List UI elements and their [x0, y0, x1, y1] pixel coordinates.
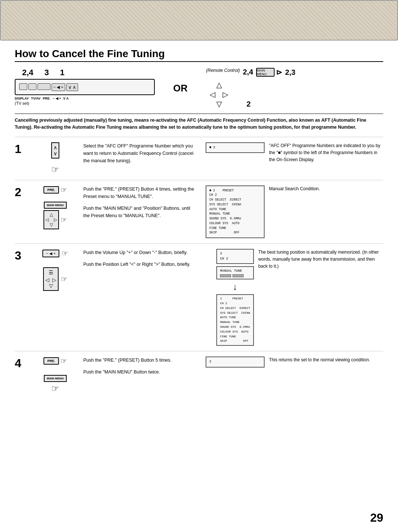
tv-step-labels: 2,4 3 1 [15, 68, 155, 77]
remote-icon-box: MAIN MENU [256, 68, 275, 77]
step3-hand2: ☞ [61, 275, 67, 284]
step-2-note: Manual Search Condition. [269, 185, 383, 192]
step-3-manual-tune: MANUAL TUNE [216, 266, 254, 279]
diagram-section: 2,4 3 1 − ◀ + [15, 68, 383, 108]
step-4-description: Push the "PRE." (PRESET) Button 5 times.… [83, 357, 201, 376]
step4-pre-icon: PRE. ☞ [43, 357, 67, 365]
vol-label: − ◀ + [53, 97, 61, 100]
step1-ch-controls: ∧ ∨ [51, 142, 59, 159]
vol-plus: + [53, 251, 56, 255]
minus-icon: − [53, 85, 56, 89]
step-1-note: "AFC OFF" Programme Numbers are indicate… [269, 142, 383, 164]
step-2-screen: ■ 2 PRESET CH 2 CH SELECT DIRECT SYS SEL… [206, 185, 265, 239]
step3-nav-down: ▽ [49, 283, 53, 289]
ch-label: V Λ [63, 97, 69, 100]
manual-tune-label: MANUAL TUNE [220, 268, 250, 274]
step4-hand2: ☞ [51, 383, 59, 394]
step4-pre-btn: PRE. [43, 357, 59, 365]
step-1-screen: ■ 2 [206, 142, 265, 153]
step3-nav-left: ◁ [45, 277, 49, 283]
step-2-text-2: Push the "MAIN MENU" and "Position" Butt… [83, 205, 198, 219]
step-3-description: Push the Volume Up "+" or Down "-" Butto… [83, 249, 212, 268]
display-label: DISPLAY [15, 97, 29, 100]
arrow-down-icon: ▽ [216, 100, 222, 108]
nav-down: ▽ [50, 222, 53, 227]
step-4-screen: 2 [206, 357, 265, 368]
vol-control-widget: − ◀ + [42, 250, 59, 257]
step3-nav-top: ☰ [49, 270, 53, 275]
step-2-description: Push the "PRE." (PRESET) Button 4 times,… [83, 185, 201, 219]
tvav-label: TV/AV [31, 97, 41, 100]
step-1-text: Select the "AFC OFF" Programme Number wh… [83, 143, 193, 163]
arrow-right-nav-icon: ▷ [223, 90, 228, 99]
vol-minus: − [46, 251, 48, 255]
step-2-icons: PRE. ☞ MAIN MENU △ ◁ ▷ ▽ [33, 185, 77, 229]
remote-header: (Remote Control) 2,4 MAIN MENU ⊳ 2,3 [206, 68, 309, 77]
display-btn[interactable] [19, 83, 27, 90]
ch-down-arrow: ∨ [53, 150, 57, 156]
tvav-btn[interactable] [28, 83, 36, 90]
step2-nav-row: △ ◁ ▷ ▽ ☞ [43, 210, 67, 229]
steps-container: 1 ∧ ∨ ☞ Select the "AFC OFF" Programme N… [15, 137, 383, 399]
remote-step-24: 2,4 [243, 68, 253, 76]
step-1-icons: ∧ ∨ ☞ [33, 142, 77, 175]
step-2-text-1: Push the "PRE." (PRESET) Button 4 times,… [83, 185, 198, 200]
tune-bar-2 [233, 274, 244, 277]
step-4-number: 4 [15, 357, 29, 370]
screen-top-ch: 2 [220, 251, 250, 256]
step-2-number: 2 [15, 185, 29, 199]
step-3-note: The best tuning position is automaticall… [258, 249, 383, 270]
nav-left: ◁ [45, 217, 49, 222]
pre-button: PRE. [43, 186, 59, 194]
ch-controls[interactable]: ∨ ∧ [66, 83, 78, 91]
step2-pre-icon: PRE. ☞ [43, 185, 67, 194]
step-2-container: 2 [239, 100, 251, 108]
vol-indicator: ◀ [57, 85, 60, 90]
arrow-left-icon: ◁ [210, 90, 215, 99]
remote-control-label: (Remote Control) [206, 68, 240, 73]
tv-step-1: 1 [60, 68, 64, 77]
vol-indicator2: ◀ [49, 251, 52, 255]
nav-up: △ [50, 212, 53, 217]
step3-main-menu-icon: ☰ [49, 270, 53, 275]
step3-nav-box: ☰ ◁ ▷ ▽ [43, 267, 59, 291]
remote-step-2: 2 [247, 100, 251, 108]
step2-nav-arrows: △ ◁ ▷ ▽ [43, 210, 59, 229]
step3-nav-lr-row: ◁ ▷ [45, 277, 56, 283]
pre-btn[interactable] [38, 83, 50, 90]
step-4-text-1: Push the "PRE." (PRESET) Button 5 times. [83, 357, 198, 364]
step-3-screen-bottom: 2 PRESET CH 2 CH SELECT DIRECT SYS SELEC… [216, 294, 254, 346]
tv-buttons: − ◀ + ∨ ∧ [19, 83, 78, 91]
step-3-screen-top: 2 CH 2 [216, 249, 254, 264]
screen-top-ch2: CH 2 [220, 256, 250, 261]
ch-up-icon: ∧ [73, 84, 76, 90]
tv-button-row1: − ◀ + ∨ ∧ [19, 83, 78, 91]
step-3-row: 3 − ◀ + ☞ ☰ [15, 243, 383, 351]
step-3-number: 3 [15, 249, 29, 262]
vol-controls[interactable]: − ◀ + [52, 83, 65, 91]
tv-labels-row: DISPLAY TV/AV PRE. − ◀ + V Λ [15, 97, 155, 100]
nav-right: ▷ [54, 217, 57, 222]
ch-down-icon: ∨ [68, 84, 72, 90]
intro-text: Cancelling previously adjusted (manually… [15, 114, 383, 131]
step-4-icons: PRE. ☞ MAIN MENU ☞ [33, 357, 77, 394]
step1-arrow-box: ∧ ∨ [51, 142, 59, 159]
step-1-screen-content: ■ 2 [209, 145, 261, 150]
tv-set-caption: (TV set) [15, 101, 155, 105]
arrow-lr-row: ◁ ▷ [210, 90, 228, 99]
tv-set-diagram: 2,4 3 1 − ◀ + [15, 68, 155, 105]
nav-lr: ◁ ▷ [45, 217, 57, 222]
step-4-note: This returns the set to the normal viewi… [269, 357, 383, 364]
step3-hand1: ☞ [62, 249, 68, 258]
step3-nav-right: ▷ [52, 277, 56, 283]
remote-nav-section: △ ◁ ▷ ▽ 2 [210, 80, 309, 108]
remote-nav-arrows: △ ◁ ▷ ▽ [210, 80, 228, 108]
remote-icon-text: MAIN MENU [257, 69, 274, 76]
ch-up-arrow: ∧ [53, 145, 57, 150]
step-3-icons: − ◀ + ☞ ☰ ◁ ▷ [33, 249, 77, 291]
step-4-row: 4 PRE. ☞ MAIN MENU ☞ Push the "PRE." (PR… [15, 351, 383, 399]
page-title: How to Cancel the Fine Tuning [15, 48, 383, 62]
step-3-text-2: Push the Position Left "<" or Right ">" … [83, 261, 208, 268]
step2-menu-icons: MAIN MENU △ ◁ ▷ ▽ ☞ [43, 202, 67, 229]
step-3-screens: 2 CH 2 MANUAL TUNE ↓ 2 PRESET CH 2 CH SE… [216, 249, 254, 346]
